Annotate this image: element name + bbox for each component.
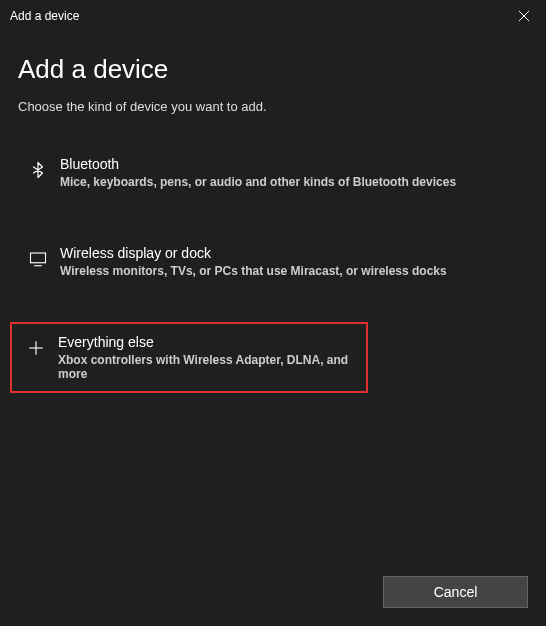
option-text: Bluetooth Mice, keyboards, pens, or audi… [60,156,456,189]
svg-rect-2 [31,253,46,263]
page-subtext: Choose the kind of device you want to ad… [18,99,528,114]
cancel-button[interactable]: Cancel [383,576,528,608]
option-everything-else[interactable]: Everything else Xbox controllers with Wi… [10,322,368,393]
window-title: Add a device [10,9,79,23]
page-title: Add a device [18,54,528,85]
option-desc: Wireless monitors, TVs, or PCs that use … [60,264,447,278]
option-bluetooth[interactable]: Bluetooth Mice, keyboards, pens, or audi… [18,144,528,201]
bluetooth-icon [26,158,50,182]
close-icon [519,11,529,21]
option-desc: Mice, keyboards, pens, or audio and othe… [60,175,456,189]
option-text: Everything else Xbox controllers with Wi… [58,334,360,381]
monitor-icon [26,247,50,271]
option-wireless-display[interactable]: Wireless display or dock Wireless monito… [18,233,528,290]
plus-icon [24,336,48,360]
titlebar: Add a device [0,0,546,32]
option-desc: Xbox controllers with Wireless Adapter, … [58,353,360,381]
content-area: Add a device Choose the kind of device y… [0,32,546,576]
footer: Cancel [0,576,546,626]
option-title: Wireless display or dock [60,245,447,261]
option-title: Everything else [58,334,360,350]
close-button[interactable] [501,0,546,32]
option-text: Wireless display or dock Wireless monito… [60,245,447,278]
option-title: Bluetooth [60,156,456,172]
